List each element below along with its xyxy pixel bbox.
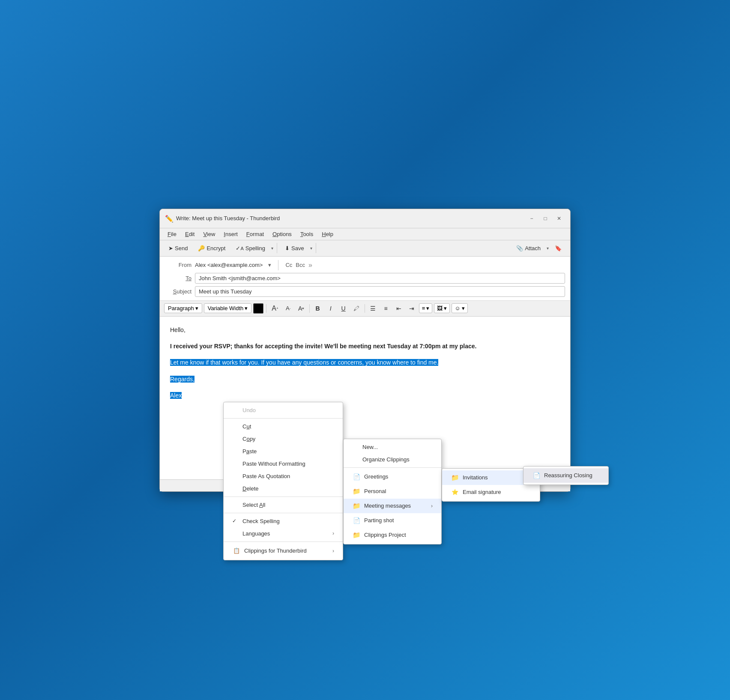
cc-label[interactable]: Cc [285, 262, 292, 268]
editor-line-2: I received your RSVP; thanks for accepti… [170, 341, 560, 351]
spelling-dropdown-arrow[interactable]: ▾ [271, 246, 273, 251]
menu-edit[interactable]: Edit [181, 229, 199, 239]
ctx-select-all[interactable]: Select All [224, 499, 343, 511]
increase-font-button[interactable]: A+ [269, 303, 281, 314]
menu-options[interactable]: Options [268, 229, 296, 239]
ctx-check-spelling[interactable]: ✓ Check Spelling [224, 515, 343, 527]
numbered-list-button[interactable]: ≡ [380, 303, 392, 314]
ctx-undo[interactable]: Undo [224, 404, 343, 416]
meeting-messages-folder-icon: 📁 [352, 502, 361, 510]
save-dropdown-arrow[interactable]: ▾ [310, 246, 312, 251]
ctx-languages-label: Languages [242, 530, 270, 537]
attach-icon: 📎 [516, 245, 523, 251]
selected-text-5: Alex [170, 392, 182, 399]
expand-fields-icon[interactable]: » [308, 261, 312, 269]
decrease-font-button[interactable]: A- [283, 303, 294, 314]
menu-insert[interactable]: Insert [219, 229, 242, 239]
spelling-button[interactable]: ✓A Spelling [231, 243, 269, 254]
editor-line-5: Alex [170, 391, 560, 400]
clippings-parting-shot[interactable]: 📄 Parting shot [344, 513, 441, 528]
bullet-list-button[interactable]: ☰ [368, 303, 379, 314]
font-color-swatch[interactable] [253, 303, 263, 314]
minimize-button[interactable]: − [526, 212, 538, 224]
ctx-select-all-label: Select All [242, 502, 265, 508]
clippings-greetings[interactable]: 📄 Greetings [344, 470, 441, 484]
attach-button[interactable]: 📎 Attach [512, 243, 545, 254]
ctx-languages[interactable]: Languages › [224, 527, 343, 540]
italic-button[interactable]: I [325, 303, 336, 314]
reassuring-closing-label: Reassuring Closing [544, 472, 592, 479]
clippings-icon: 📋 [232, 547, 241, 555]
cc-bcc-group: Cc Bcc » [285, 261, 312, 269]
clippings-meeting-messages-label: Meeting messages [364, 503, 411, 509]
ctx-cut[interactable]: Cut [224, 420, 343, 433]
bold-button[interactable]: B [312, 303, 323, 314]
image-dropdown[interactable]: 🖼 ▾ [434, 303, 450, 313]
ctx-paste-without-formatting[interactable]: Paste Without Formatting [224, 458, 343, 470]
paragraph-style-dropdown[interactable]: Paragraph ▾ [164, 303, 202, 313]
ctx-cut-label: Cut [242, 423, 251, 430]
encrypt-button[interactable]: 🔑 Encrypt [194, 243, 230, 254]
clippings-new[interactable]: New... [344, 441, 441, 453]
subject-row: Subject Meet up this Tuesday [165, 286, 565, 297]
from-dropdown-arrow[interactable]: ▾ [264, 260, 275, 270]
ctx-undo-label: Undo [242, 407, 256, 413]
maximize-button[interactable]: □ [539, 212, 551, 224]
toolbar-sep1 [277, 243, 277, 253]
save-icon: ⬇ [285, 245, 290, 251]
ctx-paste[interactable]: Paste [224, 445, 343, 458]
meeting-email-signature[interactable]: ⭐ Email signature [442, 485, 540, 500]
indent-button[interactable]: ⇥ [406, 303, 417, 314]
send-button[interactable]: ➤ Send [164, 243, 192, 254]
reassuring-closing[interactable]: 📄 Reassuring Closing [524, 468, 608, 483]
ctx-sep1 [224, 418, 343, 419]
underline-button[interactable]: U [338, 303, 349, 314]
align-dropdown[interactable]: ≡ ▾ [419, 303, 433, 313]
ctx-sep3 [224, 513, 343, 513]
subject-input[interactable]: Meet up this Tuesday [195, 286, 565, 297]
editor-line-1: Hello, [170, 325, 560, 335]
align-icon: ≡ [422, 305, 425, 311]
font-dropdown[interactable]: Variable Width ▾ [204, 303, 252, 313]
ctx-copy[interactable]: Copy [224, 433, 343, 445]
outdent-button[interactable]: ⇤ [393, 303, 404, 314]
close-button[interactable]: ✕ [553, 212, 565, 224]
image-dropdown-arrow: ▾ [444, 305, 447, 311]
ctx-clippings[interactable]: 📋 Clippings for Thunderbird › [224, 544, 343, 558]
clippings-project[interactable]: 📁 Clippings Project [344, 528, 441, 542]
window-title: Write: Meet up this Tuesday - Thunderbir… [176, 215, 522, 221]
to-input[interactable]: John Smith <jsmith@acme.com> [195, 273, 565, 284]
bookmarks-button[interactable]: 🔖 [550, 243, 566, 254]
emoji-icon: ☺ [455, 305, 460, 311]
main-toolbar: ➤ Send 🔑 Encrypt ✓A Spelling ▾ ⬇ Save ▾ … [160, 240, 570, 257]
menu-format[interactable]: Format [242, 229, 268, 239]
clippings-personal[interactable]: 📁 Personal [344, 484, 441, 499]
clippings-submenu: New... Organize Clippings 📄 Greetings 📁 … [343, 439, 442, 544]
emoji-dropdown[interactable]: ☺ ▾ [452, 303, 467, 313]
parting-shot-doc-icon: 📄 [352, 516, 361, 525]
ctx-copy-label: Copy [242, 436, 255, 442]
clippings-new-label: New... [362, 444, 378, 450]
clippings-project-label: Clippings Project [364, 532, 406, 538]
menu-tools[interactable]: Tools [296, 229, 317, 239]
highlight-button[interactable]: 🖍 [351, 303, 362, 314]
clippings-meeting-messages[interactable]: 📁 Meeting messages › [344, 499, 441, 513]
ctx-clippings-label: Clippings for Thunderbird [244, 547, 307, 554]
ctx-delete[interactable]: Delete [224, 482, 343, 495]
ctx-paste-as-quotation[interactable]: Paste As Quotation [224, 470, 343, 482]
toolbar-sep2 [316, 243, 316, 253]
save-button[interactable]: ⬇ Save [281, 243, 308, 254]
menu-view[interactable]: View [199, 229, 219, 239]
remove-format-button[interactable]: Ax [296, 303, 307, 314]
reassuring-closing-doc-icon: 📄 [532, 471, 541, 480]
main-window: ✏️ Write: Meet up this Tuesday - Thunder… [159, 209, 571, 492]
clippings-organize[interactable]: Organize Clippings [344, 453, 441, 466]
attach-dropdown-arrow[interactable]: ▾ [547, 246, 549, 251]
menu-file[interactable]: File [163, 229, 181, 239]
menu-help[interactable]: Help [317, 229, 338, 239]
clippings-parting-shot-label: Parting shot [364, 517, 394, 524]
meeting-email-signature-label: Email signature [463, 489, 501, 495]
bookmarks-icon: 🔖 [555, 245, 562, 251]
bcc-label[interactable]: Bcc [296, 262, 305, 268]
editor-line-4: Regards, [170, 374, 560, 384]
